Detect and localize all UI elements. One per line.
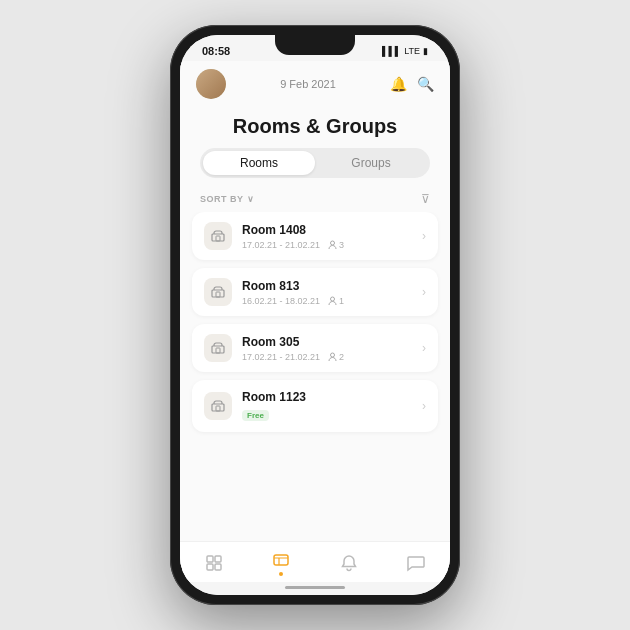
svg-point-8 <box>331 353 335 357</box>
phone-frame: 08:58 ▌▌▌ LTE ▮ 9 Feb 2021 🔔 🔍 Ro <box>170 25 460 605</box>
room-dates: 17.02.21 - 21.02.21 <box>242 352 320 362</box>
room-meta: 16.02.21 - 18.02.21 1 <box>242 296 422 306</box>
free-badge: Free <box>242 410 269 421</box>
room-icon <box>204 278 232 306</box>
chevron-icon: › <box>422 285 426 299</box>
svg-rect-4 <box>216 292 220 297</box>
room-info: Room 1123 Free <box>242 390 422 422</box>
nav-rooms[interactable] <box>271 550 291 576</box>
room-info: Room 305 17.02.21 - 21.02.21 2 <box>242 335 422 362</box>
room-item[interactable]: Room 1408 17.02.21 - 21.02.21 3 › <box>192 212 438 260</box>
notch <box>275 35 355 55</box>
room-icon <box>204 334 232 362</box>
sort-label[interactable]: SORT BY ∨ <box>200 194 254 204</box>
room-info: Room 813 16.02.21 - 18.02.21 1 <box>242 279 422 306</box>
svg-rect-12 <box>215 556 221 562</box>
header-date: 9 Feb 2021 <box>280 78 336 90</box>
home-indicator <box>180 582 450 595</box>
chevron-icon: › <box>422 399 426 413</box>
tab-switcher: Rooms Groups <box>200 148 430 178</box>
status-time: 08:58 <box>202 45 230 57</box>
room-info: Room 1408 17.02.21 - 21.02.21 3 <box>242 223 422 250</box>
svg-rect-7 <box>216 348 220 353</box>
app-header: 9 Feb 2021 🔔 🔍 <box>180 61 450 105</box>
svg-rect-10 <box>216 406 220 411</box>
room-guests: 2 <box>328 352 344 362</box>
home-bar <box>285 586 345 589</box>
room-guests: 3 <box>328 240 344 250</box>
status-icons: ▌▌▌ LTE ▮ <box>382 46 428 56</box>
carrier-label: LTE <box>404 46 420 56</box>
room-name: Room 1123 <box>242 390 422 404</box>
room-item[interactable]: Room 305 17.02.21 - 21.02.21 2 › <box>192 324 438 372</box>
bell-icon[interactable]: 🔔 <box>390 76 407 92</box>
sort-chevron: ∨ <box>247 194 255 204</box>
svg-rect-11 <box>207 556 213 562</box>
room-list: Room 1408 17.02.21 - 21.02.21 3 › <box>180 212 450 541</box>
room-icon <box>204 222 232 250</box>
nav-home[interactable] <box>204 553 224 573</box>
tab-groups[interactable]: Groups <box>315 151 427 175</box>
svg-rect-3 <box>212 290 224 297</box>
bottom-nav <box>180 541 450 582</box>
avatar-image <box>196 69 226 99</box>
phone-screen: 08:58 ▌▌▌ LTE ▮ 9 Feb 2021 🔔 🔍 Ro <box>180 35 450 595</box>
filter-icon[interactable]: ⊽ <box>421 192 430 206</box>
svg-rect-14 <box>215 564 221 570</box>
room-icon <box>204 392 232 420</box>
svg-rect-6 <box>212 346 224 353</box>
chevron-icon: › <box>422 229 426 243</box>
page-title: Rooms & Groups <box>180 105 450 148</box>
room-meta: 17.02.21 - 21.02.21 2 <box>242 352 422 362</box>
svg-point-2 <box>331 241 335 245</box>
room-dates: 17.02.21 - 21.02.21 <box>242 240 320 250</box>
signal-icon: ▌▌▌ <box>382 46 401 56</box>
chevron-icon: › <box>422 341 426 355</box>
room-name: Room 813 <box>242 279 422 293</box>
room-item[interactable]: Room 813 16.02.21 - 18.02.21 1 › <box>192 268 438 316</box>
nav-messages[interactable] <box>406 553 426 573</box>
nav-active-dot <box>279 572 283 576</box>
search-icon[interactable]: 🔍 <box>417 76 434 92</box>
svg-rect-15 <box>274 555 288 565</box>
room-item[interactable]: Room 1123 Free › <box>192 380 438 432</box>
avatar[interactable] <box>196 69 226 99</box>
nav-notifications[interactable] <box>339 553 359 573</box>
header-icons: 🔔 🔍 <box>390 76 434 92</box>
room-dates: 16.02.21 - 18.02.21 <box>242 296 320 306</box>
room-guests: 1 <box>328 296 344 306</box>
room-meta: 17.02.21 - 21.02.21 3 <box>242 240 422 250</box>
svg-rect-0 <box>212 234 224 241</box>
battery-icon: ▮ <box>423 46 428 56</box>
room-name: Room 305 <box>242 335 422 349</box>
app-content: 9 Feb 2021 🔔 🔍 Rooms & Groups Rooms Grou… <box>180 61 450 582</box>
svg-point-5 <box>331 297 335 301</box>
room-name: Room 1408 <box>242 223 422 237</box>
svg-rect-9 <box>212 404 224 411</box>
tab-rooms[interactable]: Rooms <box>203 151 315 175</box>
svg-rect-13 <box>207 564 213 570</box>
sort-bar: SORT BY ∨ ⊽ <box>180 188 450 212</box>
svg-rect-1 <box>216 236 220 241</box>
